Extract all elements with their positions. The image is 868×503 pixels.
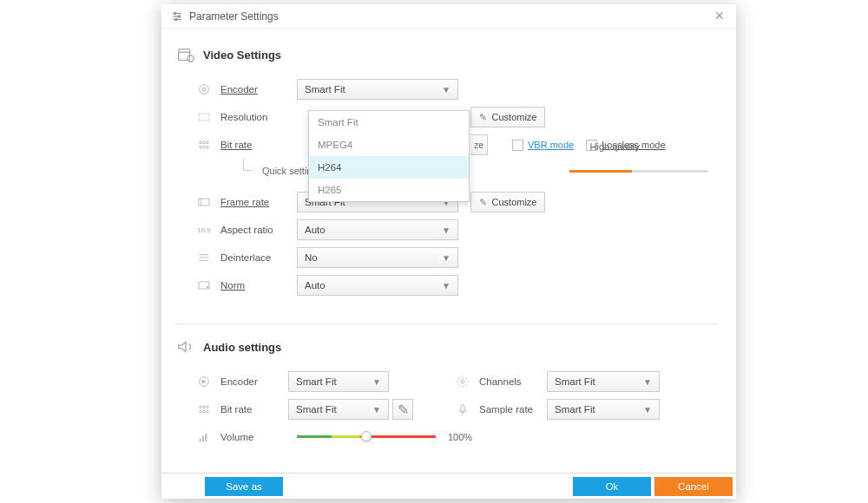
chevron-down-icon: ▼ [442, 225, 450, 235]
encoder-option[interactable]: H264 [309, 156, 469, 179]
svg-point-13 [203, 141, 206, 144]
audio-grid: Encoder Smart Fit ▼ Bit rate Smart Fit ▼ [175, 368, 717, 451]
audio-section-header: Audio settings [175, 336, 717, 357]
encoder-option[interactable]: MPEG4 [309, 134, 469, 156]
encoder-value: Smart Fit [305, 84, 345, 95]
samplerate-row: Sample rate Smart Fit ▼ [446, 395, 717, 423]
svg-point-7 [187, 56, 194, 62]
deinterlace-select[interactable]: No ▼ [297, 247, 458, 268]
customize-label: Customize [492, 197, 537, 207]
svg-rect-6 [179, 49, 190, 61]
quality-slider-track [569, 170, 708, 173]
audio-encoder-icon [196, 374, 212, 389]
deinterlace-icon [196, 250, 212, 265]
samplerate-select[interactable]: Smart Fit ▼ [547, 399, 660, 420]
svg-point-26 [200, 406, 202, 408]
customize-label: Customize [492, 112, 537, 122]
slider-segment [569, 170, 632, 173]
svg-point-5 [175, 18, 177, 20]
encoder-row: Encoder Smart Fit ▼ [175, 75, 717, 103]
pencil-icon: ✎ [479, 112, 487, 123]
ok-button[interactable]: Ok [573, 477, 651, 496]
bitrate-label: Bit rate [220, 140, 297, 150]
framerate-customize-button[interactable]: ✎ Customize [470, 192, 545, 212]
high-quality-label: High quality [590, 141, 640, 152]
framerate-label: Frame rate [220, 197, 297, 207]
resolution-customize-button[interactable]: ✎ Customize [470, 107, 545, 127]
checkbox-icon [512, 140, 523, 151]
dialog-footer: Save as Ok Cancel [161, 473, 736, 499]
audio-bitrate-edit-button[interactable]: ✎ [392, 399, 413, 420]
video-section-header: Video Settings [175, 44, 717, 65]
svg-point-16 [203, 146, 206, 148]
channels-label: Channels [479, 376, 547, 387]
norm-select[interactable]: Auto ▼ [297, 275, 458, 296]
svg-point-3 [174, 12, 176, 14]
settings-sliders-icon [170, 10, 184, 23]
encoder-option[interactable]: H265 [309, 179, 469, 201]
svg-point-14 [207, 141, 209, 144]
svg-point-15 [200, 146, 202, 148]
svg-point-24 [207, 286, 208, 288]
svg-point-28 [207, 406, 209, 408]
volume-label: Volume [220, 432, 297, 442]
bitrate-icon [196, 137, 212, 153]
volume-slider[interactable] [297, 435, 436, 439]
svg-point-17 [207, 146, 209, 148]
svg-point-10 [202, 88, 206, 91]
resolution-icon [196, 109, 212, 125]
svg-point-32 [461, 380, 464, 383]
volume-thumb[interactable] [361, 431, 372, 441]
deinterlace-label: Deinterlace [220, 252, 297, 263]
channels-row: Channels Smart Fit ▼ [446, 368, 717, 395]
channels-select[interactable]: Smart Fit ▼ [547, 371, 660, 392]
svg-rect-18 [199, 199, 209, 206]
svg-point-30 [203, 410, 206, 413]
audio-section-title: Audio settings [203, 341, 281, 354]
cancel-button[interactable]: Cancel [654, 477, 733, 496]
aspect-select[interactable]: Auto ▼ [297, 219, 458, 240]
section-divider [175, 323, 717, 324]
audio-bitrate-label: Bit rate [220, 404, 288, 415]
svg-point-12 [200, 141, 202, 144]
save-as-button[interactable]: Save as [205, 477, 283, 496]
audio-bitrate-select[interactable]: Smart Fit ▼ [288, 399, 389, 420]
resolution-label: Resolution [220, 112, 297, 122]
vbr-mode-checkbox[interactable]: VBR mode [512, 140, 574, 151]
bitrate-customize-tail[interactable]: ze [470, 134, 488, 155]
audio-encoder-label: Encoder [220, 376, 288, 387]
svg-point-31 [207, 410, 209, 413]
encoder-dropdown[interactable]: Smart Fit MPEG4 H264 H265 [308, 110, 470, 202]
chevron-down-icon: ▼ [643, 377, 652, 387]
volume-value: 100% [448, 432, 472, 442]
audio-encoder-row: Encoder Smart Fit ▼ [175, 368, 446, 395]
encoder-select[interactable]: Smart Fit ▼ [297, 79, 458, 100]
aspect-row: 16:9 Aspect ratio Auto ▼ [175, 216, 717, 244]
norm-row: Norm Auto ▼ [175, 271, 717, 299]
content: Video Settings Encoder Smart Fit ▼ Resol… [161, 29, 736, 473]
svg-point-9 [200, 85, 209, 95]
svg-point-29 [200, 410, 202, 413]
encoder-option[interactable]: Smart Fit [309, 111, 469, 134]
samplerate-icon [455, 402, 470, 417]
video-section-title: Video Settings [203, 49, 281, 62]
titlebar: Parameter Settings × [161, 4, 736, 29]
audio-encoder-select[interactable]: Smart Fit ▼ [288, 371, 389, 392]
svg-rect-11 [199, 114, 209, 121]
chevron-down-icon: ▼ [442, 253, 450, 263]
volume-row: Volume 100% [175, 423, 717, 451]
deinterlace-value: No [305, 252, 318, 263]
aspect-value: Auto [305, 225, 326, 235]
samplerate-label: Sample rate [479, 404, 547, 415]
title-text: Parameter Settings [189, 10, 279, 23]
chevron-down-icon: ▼ [643, 405, 652, 415]
close-button[interactable]: × [711, 7, 727, 25]
audio-settings-icon [175, 336, 196, 357]
video-settings-icon [175, 44, 196, 65]
encoder-label: Encoder [220, 84, 297, 95]
parameter-settings-dialog: Parameter Settings × Video Settings Enco… [161, 4, 736, 499]
norm-value: Auto [305, 280, 326, 291]
deinterlace-row: Deinterlace No ▼ [175, 244, 717, 271]
chevron-down-icon: ▼ [372, 377, 381, 387]
framerate-icon [196, 194, 212, 210]
